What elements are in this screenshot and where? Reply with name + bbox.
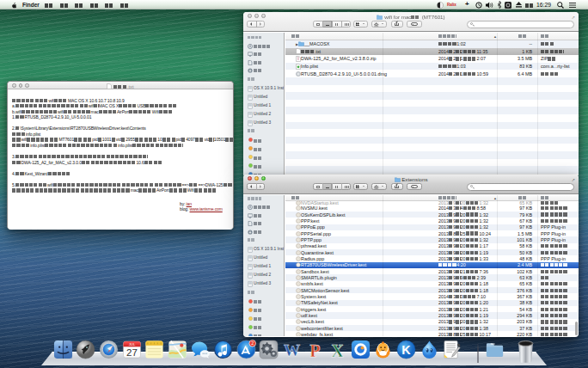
svg-text:27: 27 [126,362,138,368]
svg-text:JUL: JUL [128,342,135,347]
svg-text:W: W [284,341,300,359]
svg-text:X: X [331,360,344,368]
svg-text:P: P [309,360,320,368]
svg-text:K: K [401,343,411,357]
svg-text:27: 27 [126,347,138,358]
svg-text:W: W [284,360,300,368]
svg-text:P: P [309,341,320,359]
svg-text:X: X [331,341,344,359]
svg-text:2: 2 [251,340,254,346]
svg-text:K: K [401,363,411,368]
